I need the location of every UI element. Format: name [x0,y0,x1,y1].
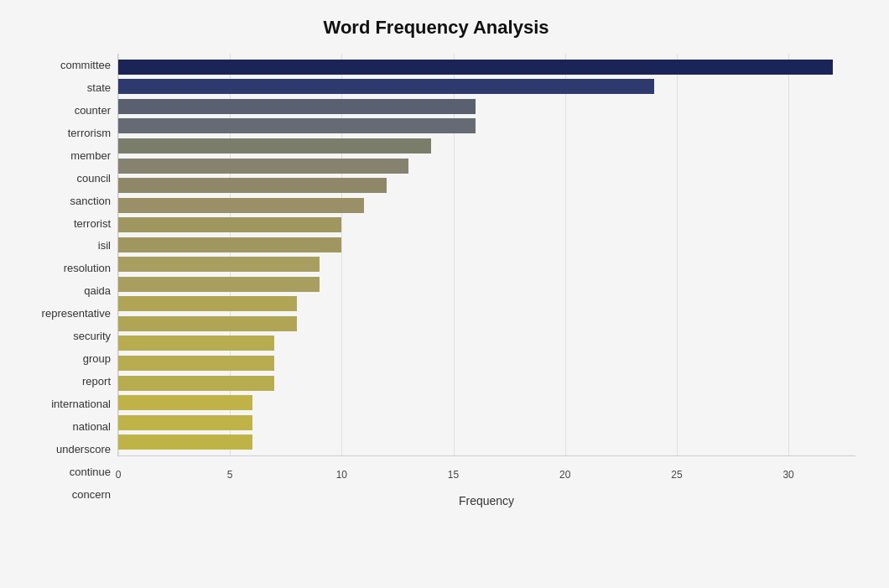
bar-row [118,175,855,195]
bar-row [118,195,855,216]
y-label: continue [70,461,111,482]
bar-row [118,294,855,315]
bar-row [118,314,855,334]
y-label: committee [60,54,111,75]
bar-row [118,156,855,176]
bar [118,257,320,272]
bar-row [118,334,855,354]
bar [118,376,274,391]
x-tick-label: 30 [782,469,793,481]
bar-row [118,117,855,137]
bar [118,118,476,133]
x-tick-label: 5 [227,469,233,481]
bar-row [118,413,855,433]
y-label: concern [72,483,111,505]
bar-row [118,432,855,452]
y-label: council [77,167,111,189]
bar [118,99,476,114]
y-axis: committeestatecounterterrorismmembercoun… [17,54,117,507]
plot-area: 051015202530 [117,54,855,456]
y-label: resolution [64,258,111,279]
chart-area: committeestatecounterterrorismmembercoun… [17,54,855,507]
bar-row [118,235,855,255]
bar [118,159,408,174]
bar [118,60,833,75]
bar [118,178,387,193]
x-axis-label: Frequency [117,494,855,507]
y-label: representative [42,303,111,325]
bar [118,198,364,213]
bar-row [118,96,855,117]
y-label: terrorism [68,122,111,143]
bar-row [118,136,855,156]
bar-row [118,215,855,235]
bar-row [118,353,855,373]
bar [118,395,252,410]
bar [118,316,297,331]
chart-container: Word Frequency Analysis committeestateco… [0,0,889,588]
bar-row [118,77,855,97]
bar [118,336,274,351]
bars-container [118,54,855,455]
y-label: state [87,76,111,98]
y-label: report [82,371,111,393]
x-tick-label: 15 [448,469,459,481]
y-label: underscore [56,438,111,460]
x-tick-label: 20 [559,469,570,481]
bar-row [118,254,855,274]
bar [118,237,341,252]
bar [118,434,252,450]
x-tick-label: 10 [336,469,347,481]
y-label: terrorist [74,212,111,234]
y-label: member [70,144,111,166]
bar-row [118,373,855,393]
x-tick-label: 0 [116,469,122,481]
bar-row [118,274,855,294]
bar [118,79,654,94]
y-label: counter [75,99,111,121]
x-tick-label: 25 [671,469,682,481]
bar [118,277,320,292]
bar [118,217,341,232]
bar-row [118,57,855,77]
chart-title: Word Frequency Analysis [17,17,855,39]
y-label: sanction [70,190,111,211]
bar [118,296,297,311]
bar [118,356,274,371]
bar [118,138,431,154]
y-label: group [83,348,111,370]
y-label: qaida [84,280,111,302]
bar [118,415,252,430]
y-label: isil [98,235,111,257]
y-label: international [51,393,111,415]
bar-row [118,393,855,413]
y-label: national [72,415,111,437]
y-label: security [73,325,111,347]
